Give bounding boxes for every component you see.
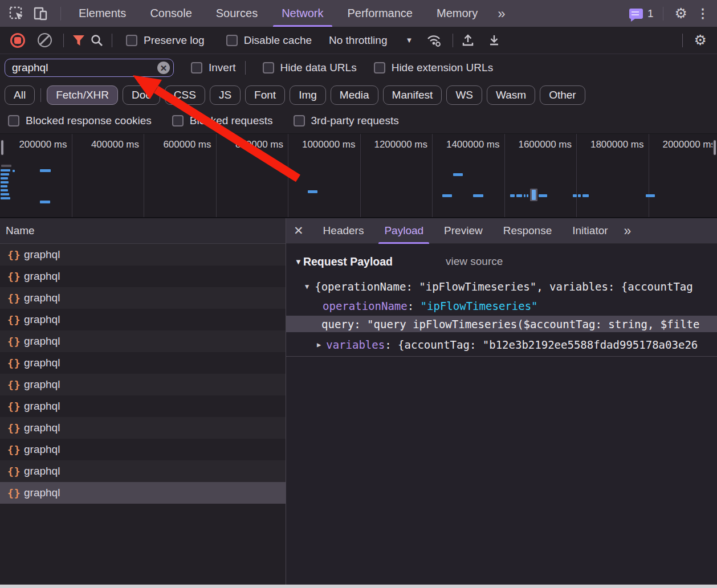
chip-ws[interactable]: WS xyxy=(446,85,482,105)
request-row[interactable]: {}graphql xyxy=(0,330,286,352)
chip-fetch-xhr[interactable]: Fetch/XHR xyxy=(47,85,118,105)
preserve-log-checkbox[interactable] xyxy=(126,35,137,46)
expanded-triangle-icon[interactable]: ▼ xyxy=(305,283,309,291)
request-row[interactable]: {}graphql xyxy=(0,244,286,266)
timeline-bar xyxy=(578,194,581,197)
request-row[interactable]: {}graphql xyxy=(0,439,286,460)
overview-left-handle[interactable] xyxy=(0,139,5,156)
chip-media[interactable]: Media xyxy=(331,85,378,105)
tab-elements[interactable]: Elements xyxy=(67,0,138,27)
request-name: graphql xyxy=(24,335,60,348)
third-party-checkbox[interactable] xyxy=(294,115,305,126)
tab-console[interactable]: Console xyxy=(138,0,203,27)
chip-font[interactable]: Font xyxy=(245,85,285,105)
payload-panel: ▼ Request Payload view source ▼ {operati… xyxy=(286,244,717,585)
more-detail-tabs-icon[interactable]: » xyxy=(618,223,636,239)
tab-initiator[interactable]: Initiator xyxy=(562,218,618,244)
filter-input[interactable] xyxy=(5,59,174,77)
detail-tab-bar: ✕ Headers Payload Preview Response Initi… xyxy=(286,218,717,244)
preserve-log-control: Preserve log xyxy=(126,34,205,47)
blocked-requests-control: Blocked requests xyxy=(172,115,273,127)
hide-extension-urls-checkbox[interactable] xyxy=(374,62,385,74)
customize-menu-icon[interactable]: ⋮ xyxy=(693,6,717,21)
request-row[interactable]: {}graphql xyxy=(0,266,286,287)
throttling-dropdown[interactable]: No throttling ▼ xyxy=(329,34,413,47)
settings-gear-icon[interactable]: ⚙ xyxy=(669,6,693,21)
timeline-bar xyxy=(1,189,8,191)
timeline-bar xyxy=(510,194,515,197)
name-column-header[interactable]: Name xyxy=(0,218,286,244)
request-name: graphql xyxy=(24,270,60,283)
divider xyxy=(60,7,61,21)
payload-root-row[interactable]: ▼ {operationName: "ipFlowTimeseries", va… xyxy=(286,277,717,296)
chevron-down-icon: ▼ xyxy=(405,36,413,44)
collapse-triangle-icon[interactable]: ▼ xyxy=(295,258,302,266)
request-row[interactable]: {}graphql xyxy=(0,287,286,309)
request-row[interactable]: {}graphql xyxy=(0,417,286,439)
disable-cache-checkbox[interactable] xyxy=(226,35,238,46)
request-name: graphql xyxy=(24,313,60,326)
chip-js[interactable]: JS xyxy=(210,85,241,105)
payload-query-row-selected[interactable]: query: "query ipFlowTimeseries($accountT… xyxy=(286,316,717,332)
inspect-element-icon[interactable] xyxy=(7,4,26,23)
record-network-log-button[interactable] xyxy=(10,33,25,48)
request-row[interactable]: {}graphql xyxy=(0,309,286,330)
view-source-link[interactable]: view source xyxy=(446,255,503,268)
chip-doc[interactable]: Doc xyxy=(123,85,160,105)
chip-manifest[interactable]: Manifest xyxy=(383,85,442,105)
third-party-control: 3rd-party requests xyxy=(294,115,399,127)
invert-checkbox[interactable] xyxy=(191,62,202,74)
payload-variables-row[interactable]: ▶ variables: {accountTag: "b12e3b2192ee5… xyxy=(286,335,717,354)
hide-data-urls-checkbox[interactable] xyxy=(263,62,274,74)
tab-preview[interactable]: Preview xyxy=(434,218,493,244)
third-party-label: 3rd-party requests xyxy=(311,115,399,127)
throttling-value: No throttling xyxy=(329,34,387,47)
close-icon[interactable]: ✕ xyxy=(286,224,313,238)
search-icon[interactable] xyxy=(88,31,106,50)
filter-funnel-icon[interactable] xyxy=(70,31,88,50)
more-tabs-icon[interactable]: » xyxy=(490,6,512,22)
blocked-cookies-checkbox[interactable] xyxy=(8,115,19,126)
export-har-icon[interactable] xyxy=(485,31,503,50)
network-overview-timeline[interactable]: 200000 ms400000 ms600000 ms800000 ms1000… xyxy=(0,133,717,217)
import-har-icon[interactable] xyxy=(459,31,477,50)
tab-memory[interactable]: Memory xyxy=(425,0,490,27)
divider xyxy=(112,34,112,47)
chip-css[interactable]: CSS xyxy=(165,85,205,105)
tab-network[interactable]: Network xyxy=(270,0,335,27)
tab-payload[interactable]: Payload xyxy=(374,218,434,244)
timeline-bar xyxy=(524,194,525,197)
timeline-bars xyxy=(0,134,717,217)
devtools-window: Elements Console Sources Network Perform… xyxy=(0,0,717,588)
request-name: graphql xyxy=(24,422,60,434)
overview-right-handle[interactable] xyxy=(712,139,717,156)
chip-wasm[interactable]: Wasm xyxy=(487,85,535,105)
network-settings-gear-icon[interactable]: ⚙ xyxy=(689,33,712,47)
request-row[interactable]: {}graphql xyxy=(0,482,286,504)
clear-network-log-button[interactable] xyxy=(38,33,52,47)
toggle-device-toolbar-icon[interactable] xyxy=(31,4,50,23)
tab-performance[interactable]: Performance xyxy=(336,0,425,27)
clear-filter-icon[interactable]: ✕ xyxy=(157,62,170,74)
request-row[interactable]: {}graphql xyxy=(0,352,286,374)
tab-sources[interactable]: Sources xyxy=(204,0,270,27)
blocked-requests-checkbox[interactable] xyxy=(172,115,184,126)
request-row[interactable]: {}graphql xyxy=(0,395,286,417)
hide-extension-urls-control: Hide extension URLs xyxy=(374,62,493,74)
request-row[interactable]: {}graphql xyxy=(0,460,286,482)
chip-img[interactable]: Img xyxy=(290,85,326,105)
timeline-bar xyxy=(1,185,7,187)
chip-all[interactable]: All xyxy=(5,85,35,105)
request-list: {}graphql{}graphql{}graphql{}graphql{}gr… xyxy=(0,244,286,585)
issues-button[interactable]: 1 xyxy=(629,7,654,20)
collapsed-triangle-icon[interactable]: ▶ xyxy=(317,341,321,349)
network-conditions-icon[interactable] xyxy=(425,31,443,50)
timeline-bar xyxy=(1,169,10,172)
request-row[interactable]: {}graphql xyxy=(0,374,286,395)
blocked-cookies-control: Blocked response cookies xyxy=(8,115,152,127)
payload-operation-row[interactable]: operationName: "ipFlowTimeseries" xyxy=(286,296,717,316)
tab-response[interactable]: Response xyxy=(493,218,563,244)
request-name: graphql xyxy=(24,357,60,369)
chip-other[interactable]: Other xyxy=(540,85,585,105)
tab-headers[interactable]: Headers xyxy=(313,218,374,244)
